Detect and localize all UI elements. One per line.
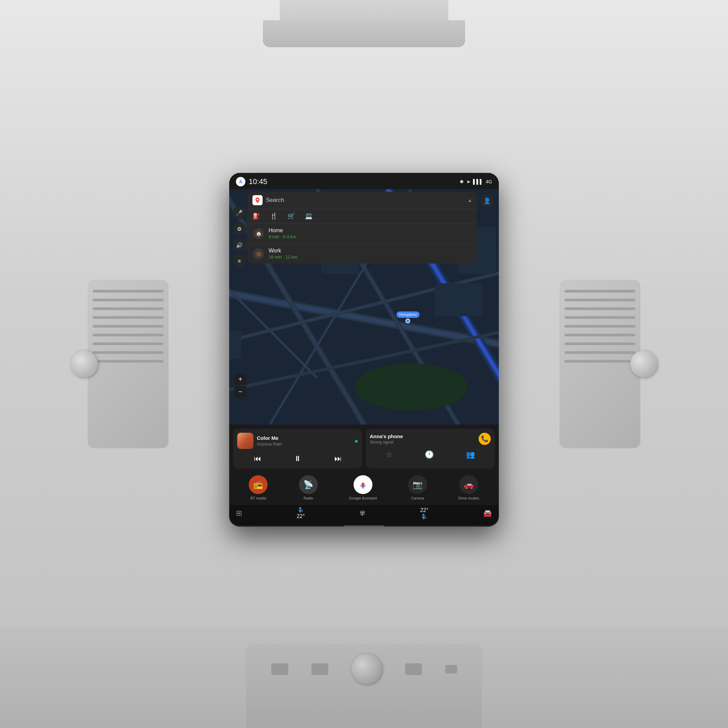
signal-bars-icon: ▌▌▌ xyxy=(473,179,483,184)
console-button-mid-left[interactable] xyxy=(311,663,328,675)
phone-name: Anna's phone xyxy=(370,433,403,439)
artist-name: Arizona Rain xyxy=(257,442,351,447)
home-grid-button[interactable]: ⊞ xyxy=(236,509,242,518)
map-view[interactable]: 🎤 ⚙ 🔊 ≡ 👤 Search ▲ xyxy=(229,189,499,425)
google-maps-icon xyxy=(252,195,263,205)
climate-bar: ⊞ 💺 22° ✾ 22° 💺 🚘 xyxy=(229,504,499,523)
spotify-icon: ● xyxy=(354,437,358,445)
left-knob[interactable] xyxy=(71,350,98,378)
music-header: Color Me Arizona Rain ● xyxy=(237,433,358,449)
restaurant-icon[interactable]: 🍴 xyxy=(270,213,277,220)
radio-button[interactable]: 📡 Radio xyxy=(299,475,318,500)
work-detail: 16 min · 12 km xyxy=(269,254,471,260)
search-bar[interactable]: Search ▲ xyxy=(248,192,477,209)
radio-label: Radio xyxy=(304,496,314,500)
passenger-climate-control[interactable]: 22° 💺 xyxy=(420,507,428,519)
drive-modes-label: Drive modes xyxy=(458,496,479,500)
google-assistant-button[interactable]: Google Assistant xyxy=(349,475,377,500)
google-assistant-icon xyxy=(353,475,372,494)
console-button-mid-right[interactable] xyxy=(405,663,422,675)
center-console xyxy=(246,644,482,728)
driver-climate-control[interactable]: 💺 22° xyxy=(297,507,305,519)
svg-point-20 xyxy=(355,363,468,410)
phone-info: Anna's phone Strong signal xyxy=(370,433,403,445)
app-shortcuts-bar: 📻 BT media 📡 Radio Google Assista xyxy=(229,473,499,504)
navigation-icon: ➤ xyxy=(466,179,471,184)
svg-rect-23 xyxy=(362,483,364,487)
search-dropdown[interactable]: Search ▲ ⛽ 🍴 🛒 💻 🏠 Home 9 min · 6.4 km xyxy=(248,192,477,263)
favorite-button[interactable]: ☆ xyxy=(383,449,395,460)
right-knob[interactable] xyxy=(630,350,657,378)
shopping-icon[interactable]: 🛒 xyxy=(288,213,295,220)
location-label: Hisingsbron xyxy=(396,311,420,318)
work-label: Work xyxy=(269,248,471,254)
cafe-icon[interactable]: 💻 xyxy=(305,213,312,220)
location-marker: Hisingsbron xyxy=(396,311,420,323)
phone-header: Anna's phone Strong signal 📞 xyxy=(370,433,491,445)
zoom-controls: + − xyxy=(234,373,246,398)
marker-dot xyxy=(405,318,410,323)
phone-actions: ☆ 🕐 👥 xyxy=(370,449,491,460)
phone-status: Strong signal xyxy=(370,440,403,445)
infotainment-screen: A 10:45 ✱ ➤ ▌▌▌ 4G xyxy=(229,173,499,527)
camera-button[interactable]: 📷 Camera xyxy=(408,475,427,500)
car-icon: 🚘 xyxy=(483,509,492,518)
next-track-button[interactable]: ⏭ xyxy=(332,453,344,465)
zoom-in-button[interactable]: + xyxy=(234,373,246,385)
chevron-up-icon: ▲ xyxy=(468,197,472,203)
equalizer-button[interactable]: ≡ xyxy=(232,254,246,268)
home-detail: 9 min · 6.4 km xyxy=(269,234,471,239)
svg-point-21 xyxy=(257,199,258,200)
phone-card[interactable]: Anna's phone Strong signal 📞 ☆ 🕐 👥 xyxy=(366,429,495,468)
map-left-sidebar: 🎤 ⚙ 🔊 ≡ xyxy=(232,206,246,268)
microphone-button[interactable]: 🎤 xyxy=(232,206,246,219)
previous-track-button[interactable]: ⏮ xyxy=(251,453,264,465)
album-art xyxy=(237,433,254,449)
recent-calls-button[interactable]: 🕐 xyxy=(422,449,436,460)
car-interior: A 10:45 ✱ ➤ ▌▌▌ 4G xyxy=(0,0,728,728)
work-icon: 💼 xyxy=(253,248,264,259)
bt-media-button[interactable]: 📻 BT media xyxy=(249,475,268,500)
passenger-seat-icon: 💺 xyxy=(421,514,427,519)
camera-icon: 📷 xyxy=(408,475,427,494)
profile-button[interactable]: 👤 xyxy=(480,194,494,208)
music-info: Color Me Arizona Rain xyxy=(257,435,351,447)
contacts-button[interactable]: 👥 xyxy=(463,449,477,460)
music-card[interactable]: Color Me Arizona Rain ● ⏮ ⏸ ⏭ xyxy=(233,429,362,468)
console-button-right[interactable] xyxy=(445,665,457,673)
console-dial[interactable] xyxy=(352,654,382,684)
right-vent xyxy=(560,280,640,448)
search-label[interactable]: Search xyxy=(266,197,464,203)
phone-icon: 📞 xyxy=(479,433,491,445)
status-bar: A 10:45 ✱ ➤ ▌▌▌ 4G xyxy=(229,173,499,189)
google-assistant-label: Google Assistant xyxy=(349,496,377,500)
grid-icon: ⊞ xyxy=(236,509,242,518)
car-overview-button[interactable]: 🚘 xyxy=(483,509,492,518)
drive-modes-icon: 🚗 xyxy=(459,475,478,494)
category-bar: ⛽ 🍴 🛒 💻 xyxy=(248,209,477,223)
bt-media-label: BT media xyxy=(251,496,266,500)
home-info: Home 9 min · 6.4 km xyxy=(269,228,471,239)
console-button-left[interactable] xyxy=(271,663,288,675)
home-label: Home xyxy=(269,228,471,234)
settings-button[interactable]: ⚙ xyxy=(232,222,246,236)
clock: 10:45 xyxy=(249,177,267,186)
driver-seat-icon: 💺 xyxy=(298,507,304,512)
network-type: 4G xyxy=(486,179,492,184)
passenger-temp: 22° xyxy=(420,507,428,513)
fan-control[interactable]: ✾ xyxy=(359,509,366,518)
camera-label: Camera xyxy=(411,496,424,500)
home-destination[interactable]: 🏠 Home 9 min · 6.4 km xyxy=(248,223,477,244)
volume-button[interactable]: 🔊 xyxy=(232,238,246,252)
gas-station-icon[interactable]: ⛽ xyxy=(252,213,260,220)
bt-media-icon: 📻 xyxy=(249,475,268,494)
music-controls: ⏮ ⏸ ⏭ xyxy=(237,453,358,465)
play-pause-button[interactable]: ⏸ xyxy=(291,453,304,465)
work-destination[interactable]: 💼 Work 16 min · 12 km xyxy=(248,244,477,263)
media-cards: Color Me Arizona Rain ● ⏮ ⏸ ⏭ Anna's pho… xyxy=(229,425,499,473)
fan-icon: ✾ xyxy=(359,509,366,518)
drive-modes-button[interactable]: 🚗 Drive modes xyxy=(458,475,479,500)
left-vent xyxy=(88,280,168,448)
driver-temp: 22° xyxy=(297,513,305,519)
zoom-out-button[interactable]: − xyxy=(234,385,246,398)
